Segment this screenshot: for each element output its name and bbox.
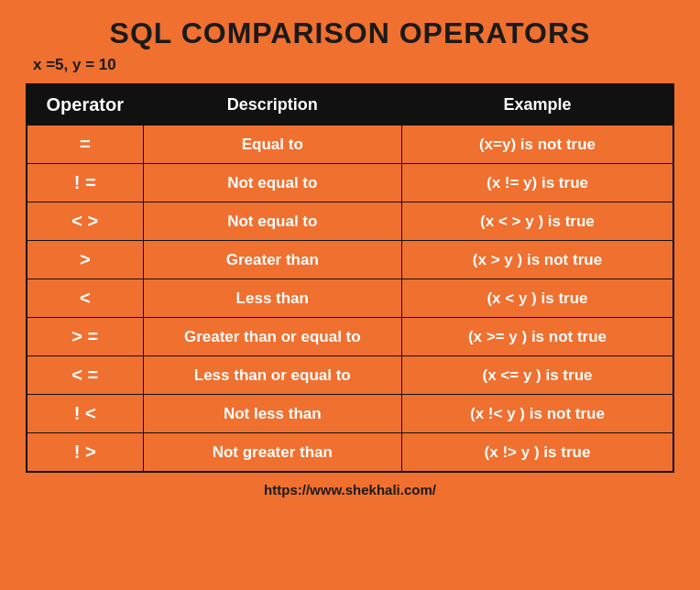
cell-operator: ! > (27, 433, 143, 473)
cell-example: (x >= y ) is not true (401, 318, 673, 356)
cell-description: Greater than or equal to (143, 318, 401, 356)
cell-operator: < = (27, 356, 143, 395)
cell-example: (x=y) is not true (401, 126, 673, 164)
cell-description: Equal to (143, 126, 401, 164)
footer-url: https://www.shekhali.com/ (264, 482, 436, 497)
table-row: < =Less than or equal to(x <= y ) is tru… (27, 356, 673, 395)
cell-example: (x < > y ) is true (401, 202, 673, 241)
header-description: Description (143, 84, 401, 126)
cell-description: Less than (143, 279, 401, 318)
table-row: ! =Not equal to(x != y) is true (27, 164, 673, 202)
cell-example: (x < y ) is true (401, 279, 673, 318)
cell-operator: ! < (27, 395, 143, 433)
comparison-operators-table: Operator Description Example =Equal to(x… (26, 83, 674, 473)
variables-label: x =5, y = 10 (33, 56, 116, 74)
cell-description: Not equal to (143, 202, 401, 241)
table-row: ! <Not less than(x !< y ) is not true (27, 395, 673, 433)
header-operator: Operator (27, 84, 143, 126)
cell-example: (x <= y ) is true (401, 356, 673, 395)
page-title: SQL COMPARISON OPERATORS (110, 16, 591, 50)
table-row: <Less than(x < y ) is true (27, 279, 673, 318)
table-row: > =Greater than or equal to(x >= y ) is … (27, 318, 673, 356)
table-row: >Greater than(x > y ) is not true (27, 241, 673, 279)
cell-description: Greater than (143, 241, 401, 279)
cell-description: Not equal to (143, 164, 401, 202)
cell-operator: > (27, 241, 143, 279)
table-row: ! >Not greater than(x !> y ) is true (27, 433, 673, 473)
table-row: < >Not equal to(x < > y ) is true (27, 202, 673, 241)
cell-operator: < > (27, 202, 143, 241)
table-row: =Equal to(x=y) is not true (27, 126, 673, 164)
table-header-row: Operator Description Example (27, 84, 673, 126)
cell-example: (x !> y ) is true (401, 433, 673, 473)
cell-description: Not greater than (143, 433, 401, 473)
cell-operator: > = (27, 318, 143, 356)
cell-description: Less than or equal to (143, 356, 401, 395)
cell-operator: = (27, 126, 143, 164)
cell-example: (x != y) is true (401, 164, 673, 202)
header-example: Example (401, 84, 673, 126)
cell-example: (x !< y ) is not true (401, 395, 673, 433)
cell-operator: < (27, 279, 143, 318)
cell-example: (x > y ) is not true (401, 241, 673, 279)
cell-operator: ! = (27, 164, 143, 202)
cell-description: Not less than (143, 395, 401, 433)
